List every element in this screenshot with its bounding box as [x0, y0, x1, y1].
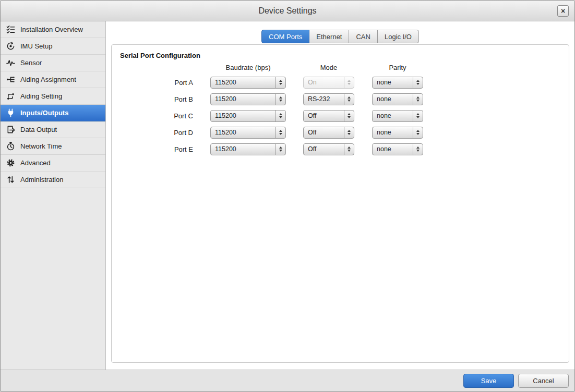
sidebar-item-data-output[interactable]: Data Output: [1, 121, 105, 138]
footer-bar: Save Cancel: [1, 370, 574, 391]
sidebar-item-installation-overview[interactable]: Installation Overview: [1, 21, 105, 38]
tab-bar: COM Ports Ethernet CAN Logic I/O: [106, 30, 574, 43]
tab-logic-io[interactable]: Logic I/O: [377, 30, 419, 43]
port-e-label: Port E: [120, 145, 193, 153]
spinner-up-down-icon[interactable]: [413, 127, 423, 138]
device-settings-dialog: Device Settings × Installation Overview …: [0, 0, 575, 392]
select-value: none: [373, 79, 413, 86]
sidebar-item-advanced[interactable]: Advanced: [1, 155, 105, 172]
select-value: 115200: [211, 112, 275, 119]
column-header-mode: Mode: [303, 64, 354, 71]
up-down-arrows-icon: [5, 175, 16, 184]
select-value: 115200: [211, 129, 275, 136]
dialog-body: Installation Overview IMU Setup Sensor A…: [1, 21, 574, 370]
gear-icon: [5, 158, 16, 167]
port-a-label: Port A: [120, 79, 193, 87]
select-value: 115200: [211, 145, 275, 153]
spinner-up-down-icon: [344, 77, 354, 88]
select-value: RS-232: [304, 95, 344, 103]
section-title: Serial Port Configuration: [120, 52, 560, 59]
sidebar-item-label: Aiding Assignment: [20, 76, 76, 83]
export-icon: [5, 125, 16, 134]
waveform-icon: [5, 58, 16, 67]
cancel-button[interactable]: Cancel: [518, 374, 569, 388]
port-d-parity-select[interactable]: none: [372, 127, 423, 139]
tab-ethernet[interactable]: Ethernet: [309, 30, 349, 43]
sidebar-item-label: Aiding Setting: [20, 92, 62, 100]
tab-can[interactable]: CAN: [349, 30, 377, 43]
com-ports-panel: Serial Port Configuration Baudrate (bps)…: [111, 44, 569, 363]
spinner-up-down-icon[interactable]: [344, 127, 354, 138]
port-d-mode-select[interactable]: Off: [303, 127, 354, 139]
sidebar-item-network-time[interactable]: Network Time: [1, 138, 105, 155]
tab-com-ports[interactable]: COM Ports: [261, 30, 309, 43]
node-list-icon: [5, 75, 16, 84]
sidebar-item-aiding-assignment[interactable]: Aiding Assignment: [1, 71, 105, 88]
close-button[interactable]: ×: [557, 5, 569, 17]
sidebar-item-label: Advanced: [20, 159, 51, 167]
port-e-mode-select[interactable]: Off: [303, 143, 354, 155]
content-area: COM Ports Ethernet CAN Logic I/O Serial …: [106, 21, 574, 370]
port-b-mode-select[interactable]: RS-232: [303, 93, 354, 105]
close-icon: ×: [561, 7, 565, 15]
port-c-label: Port C: [120, 112, 193, 120]
spinner-up-down-icon[interactable]: [413, 94, 423, 105]
titlebar: Device Settings ×: [1, 1, 574, 21]
port-e-parity-select[interactable]: none: [372, 143, 423, 155]
select-value: Off: [304, 145, 344, 153]
gyro-icon: [5, 42, 16, 51]
port-b-label: Port B: [120, 95, 193, 103]
spinner-up-down-icon[interactable]: [275, 94, 285, 105]
port-c-baudrate-select[interactable]: 115200: [210, 110, 286, 122]
spinner-up-down-icon[interactable]: [344, 144, 354, 155]
dialog-title: Device Settings: [258, 6, 316, 16]
save-button[interactable]: Save: [463, 374, 514, 388]
sidebar: Installation Overview IMU Setup Sensor A…: [1, 21, 106, 370]
sidebar-item-aiding-setting[interactable]: Aiding Setting: [1, 88, 105, 105]
port-e-baudrate-select[interactable]: 115200: [210, 143, 286, 155]
column-header-parity: Parity: [372, 64, 423, 71]
port-a-mode-select: On: [303, 77, 354, 89]
spinner-up-down-icon[interactable]: [413, 144, 423, 155]
spinner-up-down-icon[interactable]: [275, 127, 285, 138]
checklist-icon: [5, 25, 16, 34]
sidebar-item-label: IMU Setup: [20, 42, 52, 50]
select-value: On: [304, 79, 344, 86]
sidebar-item-label: Administration: [20, 176, 63, 183]
sidebar-item-label: Data Output: [20, 126, 57, 133]
sidebar-item-label: Network Time: [20, 142, 62, 150]
sidebar-item-inputs-outputs[interactable]: Inputs/Outputs: [1, 105, 105, 121]
spinner-up-down-icon[interactable]: [275, 77, 285, 88]
port-d-baudrate-select[interactable]: 115200: [210, 127, 286, 139]
port-d-label: Port D: [120, 129, 193, 137]
select-value: Off: [304, 112, 344, 119]
sidebar-item-imu-setup[interactable]: IMU Setup: [1, 38, 105, 55]
spinner-up-down-icon[interactable]: [275, 111, 285, 121]
sidebar-item-label: Sensor: [20, 59, 42, 67]
select-value: none: [373, 95, 413, 103]
port-c-mode-select[interactable]: Off: [303, 110, 354, 122]
select-value: 115200: [211, 79, 275, 86]
port-b-baudrate-select[interactable]: 115200: [210, 93, 286, 105]
spinner-up-down-icon[interactable]: [344, 94, 354, 105]
spinner-up-down-icon[interactable]: [344, 111, 354, 121]
select-value: 115200: [211, 95, 275, 103]
branch-icon: [5, 92, 16, 101]
port-a-baudrate-select[interactable]: 115200: [210, 77, 286, 89]
select-value: none: [373, 129, 413, 136]
select-value: none: [373, 145, 413, 153]
spinner-up-down-icon[interactable]: [413, 111, 423, 121]
spinner-up-down-icon[interactable]: [275, 144, 285, 155]
sidebar-item-administration[interactable]: Administration: [1, 172, 105, 188]
spinner-up-down-icon[interactable]: [413, 77, 423, 88]
column-header-baudrate: Baudrate (bps): [210, 64, 286, 71]
stopwatch-icon: [5, 142, 16, 151]
port-a-parity-select[interactable]: none: [372, 77, 423, 89]
port-b-parity-select[interactable]: none: [372, 93, 423, 105]
plug-icon: [5, 108, 16, 117]
sidebar-item-label: Inputs/Outputs: [20, 109, 68, 117]
sidebar-item-label: Installation Overview: [20, 26, 83, 33]
port-c-parity-select[interactable]: none: [372, 110, 423, 122]
sidebar-item-sensor[interactable]: Sensor: [1, 55, 105, 71]
select-value: Off: [304, 129, 344, 136]
